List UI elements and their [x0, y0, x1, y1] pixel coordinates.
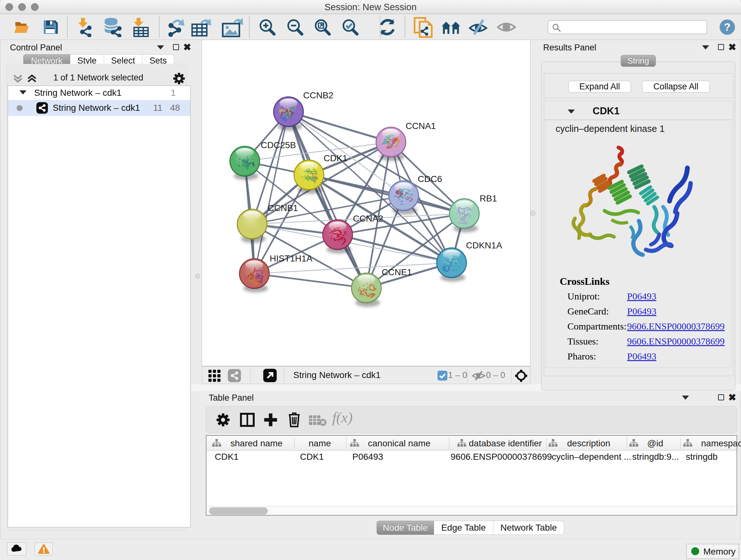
svg-text:CCNB1: CCNB1 — [268, 203, 298, 213]
svg-text:CCNA2: CCNA2 — [353, 213, 383, 224]
svg-text:RB1: RB1 — [480, 193, 497, 203]
svg-text:CDKN1A: CDKN1A — [466, 240, 502, 250]
svg-text:CDC6: CDC6 — [418, 174, 442, 184]
svg-text:CCNE1: CCNE1 — [382, 267, 412, 277]
svg-text:CCNA1: CCNA1 — [406, 121, 436, 131]
svg-text:HIST1H1A: HIST1H1A — [270, 253, 313, 263]
svg-text:CDC25B: CDC25B — [261, 140, 296, 150]
svg-text:CCNB2: CCNB2 — [303, 90, 333, 100]
svg-text:CDK1: CDK1 — [324, 153, 347, 163]
